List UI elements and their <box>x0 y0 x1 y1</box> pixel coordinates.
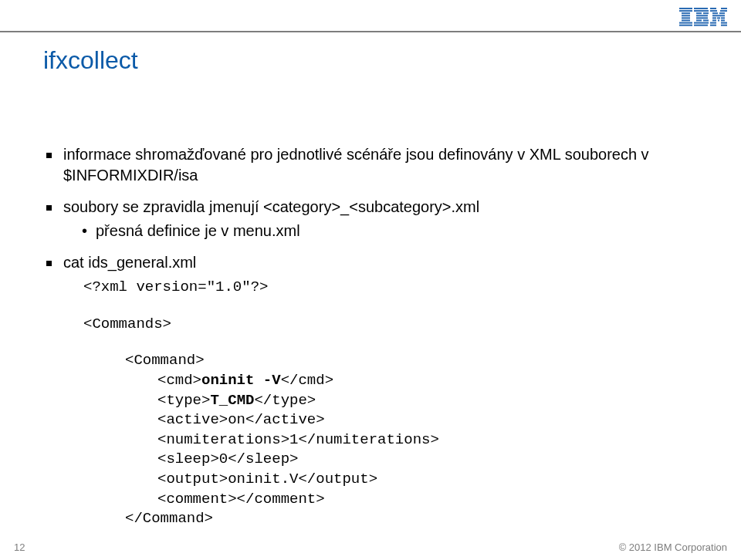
svg-rect-14 <box>696 20 702 22</box>
code-line: <comment></comment> <box>157 490 698 510</box>
svg-rect-25 <box>712 17 716 19</box>
svg-rect-29 <box>718 20 719 22</box>
svg-rect-5 <box>682 20 690 22</box>
page-number: 12 <box>14 541 25 553</box>
code-line: <sleep>0</sleep> <box>157 450 698 470</box>
svg-rect-22 <box>712 12 718 14</box>
ibm-logo <box>679 8 727 26</box>
svg-rect-33 <box>710 25 716 26</box>
svg-rect-6 <box>679 22 692 24</box>
svg-rect-12 <box>696 15 708 16</box>
svg-rect-9 <box>694 10 709 12</box>
svg-rect-28 <box>712 20 716 22</box>
svg-rect-3 <box>682 15 690 16</box>
svg-rect-16 <box>694 22 709 24</box>
code-line: </Command> <box>125 509 698 529</box>
svg-rect-13 <box>696 17 708 19</box>
svg-rect-30 <box>721 20 725 22</box>
code-line: <numiterations>1</numiterations> <box>157 430 698 450</box>
header-divider <box>0 31 741 32</box>
copyright-text: © 2012 IBM Corporation <box>619 541 727 553</box>
code-line: <Commands> <box>83 315 698 335</box>
svg-rect-20 <box>710 10 717 12</box>
svg-rect-1 <box>679 10 692 12</box>
svg-rect-31 <box>710 22 716 24</box>
bullet-item: informace shromažďované pro jednotlivé s… <box>46 144 698 186</box>
code-line: <cmd>oninit -V</cmd> <box>157 371 698 391</box>
code-line: <Command> <box>125 351 698 371</box>
code-line: <?xml version="1.0"?> <box>83 278 698 298</box>
code-line: <active>on</active> <box>157 410 698 430</box>
bullet-item: cat ids_general.xml <?xml version="1.0"?… <box>46 252 698 529</box>
svg-rect-19 <box>721 8 727 9</box>
svg-rect-21 <box>720 10 727 12</box>
svg-rect-24 <box>712 15 725 16</box>
bullet-text: cat ids_general.xml <box>63 254 196 271</box>
svg-rect-2 <box>682 12 690 14</box>
slide-content: informace shromažďované pro jednotlivé s… <box>43 144 698 560</box>
svg-rect-7 <box>679 25 692 26</box>
bullet-text: soubory se zpravidla jmenují <category>_… <box>63 198 479 215</box>
svg-rect-4 <box>682 17 690 19</box>
slide-title: ifxcollect <box>43 46 698 75</box>
svg-rect-10 <box>696 12 702 14</box>
slide-footer: 12 © 2012 IBM Corporation <box>0 538 741 560</box>
svg-rect-0 <box>679 8 692 9</box>
svg-rect-15 <box>703 20 709 22</box>
svg-rect-18 <box>710 8 716 9</box>
code-line: <type>T_CMD</type> <box>157 391 698 411</box>
subbullet-item: přesná definice je v menu.xml <box>82 221 698 241</box>
svg-rect-32 <box>721 22 727 24</box>
slide-page: ifxcollect informace shromažďované pro j… <box>0 0 741 560</box>
svg-rect-34 <box>721 25 727 26</box>
code-line: <output>oninit.V</output> <box>157 470 698 490</box>
svg-rect-23 <box>719 12 725 14</box>
svg-rect-17 <box>694 25 708 26</box>
svg-rect-27 <box>721 17 725 19</box>
svg-rect-11 <box>703 12 709 14</box>
svg-rect-26 <box>717 17 720 19</box>
subbullet-text: přesná definice je v menu.xml <box>96 222 300 239</box>
bullet-item: soubory se zpravidla jmenují <category>_… <box>46 197 698 241</box>
bullet-text: informace shromažďované pro jednotlivé s… <box>63 146 649 184</box>
svg-rect-8 <box>694 8 708 9</box>
